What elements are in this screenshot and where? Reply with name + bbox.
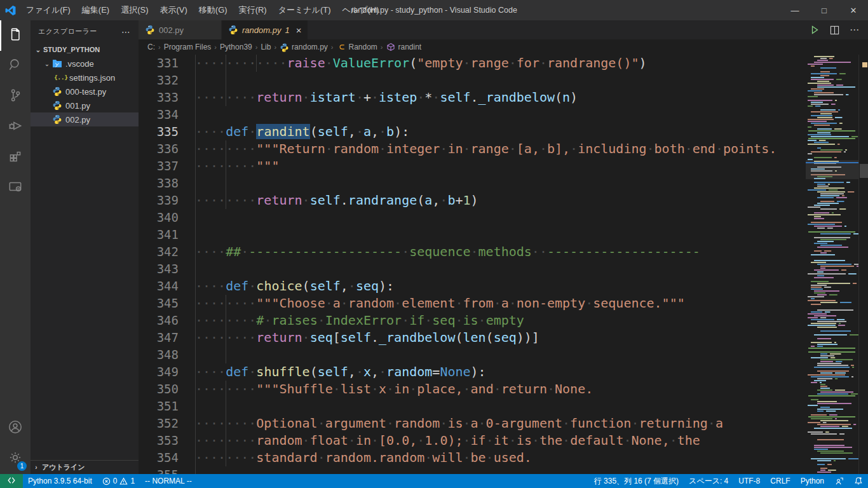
menu-g[interactable]: 移動(G) <box>193 0 233 20</box>
line-content: ········"""Return·random·integer·in·rang… <box>195 140 806 158</box>
run-button[interactable] <box>810 25 820 35</box>
code-line-346[interactable]: 346········#·raises·IndexError·if·seq·is… <box>139 312 806 329</box>
status-vim-mode[interactable]: -- NORMAL -- <box>140 474 197 488</box>
tree-item-label: 002.py <box>65 115 90 125</box>
line-number: 350 <box>139 381 195 398</box>
sidebar-item-extensions[interactable] <box>0 142 31 173</box>
breadcrumb-item-Random[interactable]: Random <box>336 43 377 52</box>
vertical-scrollbar[interactable] <box>858 55 868 474</box>
status-eol[interactable]: CRLF <box>765 474 795 488</box>
sidebar-item-remote-explorer[interactable] <box>0 173 31 203</box>
code-line-340[interactable]: 340 <box>139 209 806 226</box>
breadcrumb-label: Program Files <box>164 43 212 51</box>
status-feedback[interactable] <box>829 474 849 488</box>
maximize-button[interactable]: □ <box>810 0 839 20</box>
minimap[interactable] <box>806 55 859 474</box>
line-content: ········Optional·argument·random·is·a·0-… <box>195 415 806 432</box>
code-line-351[interactable]: 351 <box>139 398 806 415</box>
code-line-355[interactable]: 355 <box>139 466 806 474</box>
line-content: ········""" <box>195 158 806 175</box>
outline-section[interactable]: › アウトライン <box>31 460 139 474</box>
tab-duplicate-badge: 1 <box>285 25 289 35</box>
breadcrumb-item-C-[interactable]: C: <box>147 43 155 51</box>
minimize-button[interactable]: — <box>780 0 810 20</box>
settings-button[interactable]: 1 <box>0 444 31 474</box>
code-line-341[interactable]: 341 <box>139 226 806 243</box>
tab-random-py[interactable]: random.py1× <box>222 20 308 39</box>
code-line-333[interactable]: 333········return·istart·+·istep·*·self.… <box>139 89 806 106</box>
breadcrumb-item-Lib[interactable]: Lib <box>261 43 271 51</box>
line-number: 349 <box>139 363 195 381</box>
menu-t[interactable]: ターミナル(T) <box>273 0 337 20</box>
breadcrumb-item-Python39[interactable]: Python39 <box>220 43 252 51</box>
code-line-332[interactable]: 332 <box>139 72 806 89</box>
line-content: ····def·randint(self,·a,·b): <box>195 123 806 140</box>
line-content: ········#·raises·IndexError·if·seq·is·em… <box>195 312 806 329</box>
minimap-slider[interactable] <box>806 160 859 179</box>
menu-h[interactable]: ヘルプ(H) <box>337 0 385 20</box>
code-line-339[interactable]: 339········return·self.randrange(a,·b+1) <box>139 192 806 209</box>
menu-bar: ファイル(F)編集(E)選択(S)表示(V)移動(G)実行(R)ターミナル(T)… <box>20 0 384 20</box>
more-actions-button[interactable]: ⋯ <box>850 24 859 36</box>
menu-r[interactable]: 実行(R) <box>233 0 273 20</box>
code-editor[interactable]: 331············raise·ValueError("empty·r… <box>139 55 868 474</box>
sidebar-item-explorer[interactable] <box>0 20 31 51</box>
code-line-338[interactable]: 338 <box>139 175 806 192</box>
tree-item-000-test-py[interactable]: 000-test.py <box>31 85 139 98</box>
code-line-334[interactable]: 334 <box>139 106 806 123</box>
code-line-345[interactable]: 345········"""Choose·a·random·element·fr… <box>139 295 806 312</box>
chevron-right-icon: › <box>255 43 258 51</box>
python-icon <box>52 100 62 111</box>
status-language-mode[interactable]: Python <box>796 474 829 488</box>
code-line-343[interactable]: 343 <box>139 261 806 278</box>
close-icon[interactable]: × <box>296 25 302 35</box>
sidebar-item-search[interactable] <box>0 51 31 81</box>
code-line-354[interactable]: 354········standard·random.random·will·b… <box>139 449 806 466</box>
code-line-353[interactable]: 353········random·float·in·[0.0,·1.0);·i… <box>139 432 806 449</box>
sidebar-more-button[interactable]: ⋯ <box>121 27 131 37</box>
tree-item-001-py[interactable]: 001.py <box>31 98 139 112</box>
explorer-root-folder[interactable]: ⌄ STUDY_PYTHON <box>31 43 139 57</box>
status-encoding[interactable]: UTF-8 <box>733 474 765 488</box>
code-line-350[interactable]: 350········"""Shuffle·list·x·in·place,·a… <box>139 381 806 398</box>
close-button[interactable]: ✕ <box>839 0 868 20</box>
code-line-337[interactable]: 337········""" <box>139 158 806 175</box>
breadcrumb-item-randint[interactable]: randint <box>386 43 422 52</box>
tree-item-settings-json[interactable]: {..}settings.json <box>31 71 139 85</box>
split-editor-button[interactable] <box>830 25 839 35</box>
menu-v[interactable]: 表示(V) <box>154 0 193 20</box>
menu-e[interactable]: 編集(E) <box>76 0 115 20</box>
code-line-331[interactable]: 331············raise·ValueError("empty·r… <box>139 55 806 72</box>
code-line-348[interactable]: 348 <box>139 346 806 363</box>
line-number: 342 <box>139 243 195 261</box>
code-line-335[interactable]: 335····def·randint(self,·a,·b): <box>139 123 806 140</box>
tab-002-py[interactable]: 002.py <box>139 20 222 39</box>
code-line-347[interactable]: 347········return·seq[self._randbelow(le… <box>139 329 806 346</box>
code-line-349[interactable]: 349····def·shuffle(self,·x,·random=None)… <box>139 363 806 381</box>
status-notifications[interactable] <box>849 474 868 488</box>
breadcrumb-item-random-py[interactable]: random.py <box>280 43 328 52</box>
code-line-336[interactable]: 336········"""Return·random·integer·in·r… <box>139 140 806 158</box>
menu-s[interactable]: 選択(S) <box>115 0 154 20</box>
code-line-342[interactable]: 342····##·--------------------·sequence·… <box>139 243 806 261</box>
status-cursor-position[interactable]: 行 335、列 16 (7 個選択) <box>589 474 684 488</box>
tree-item--vscode[interactable]: ⌄.vscode <box>31 57 139 71</box>
scrollbar-thumb[interactable] <box>860 164 868 178</box>
status-indentation[interactable]: スペース: 4 <box>684 474 733 488</box>
sidebar-item-source-control[interactable] <box>0 81 31 112</box>
menu-f[interactable]: ファイル(F) <box>20 0 76 20</box>
status-python-interpreter[interactable]: Python 3.9.5 64-bit <box>23 474 97 488</box>
code-line-344[interactable]: 344····def·choice(self,·seq): <box>139 278 806 295</box>
remote-indicator[interactable] <box>0 474 23 488</box>
code-line-352[interactable]: 352········Optional·argument·random·is·a… <box>139 415 806 432</box>
status-problems[interactable]: 01 <box>97 474 140 488</box>
breadcrumb-item-Program-Files[interactable]: Program Files <box>164 43 212 51</box>
tree-item-label: 001.py <box>65 101 90 111</box>
source-control-icon <box>7 87 24 106</box>
sidebar-item-run-debug[interactable] <box>0 112 31 142</box>
accounts-button[interactable] <box>0 413 31 444</box>
extensions-icon <box>7 148 24 167</box>
chevron-right-icon: › <box>331 43 334 51</box>
account-icon <box>7 419 24 438</box>
tree-item-002-py[interactable]: 002.py <box>31 112 139 126</box>
